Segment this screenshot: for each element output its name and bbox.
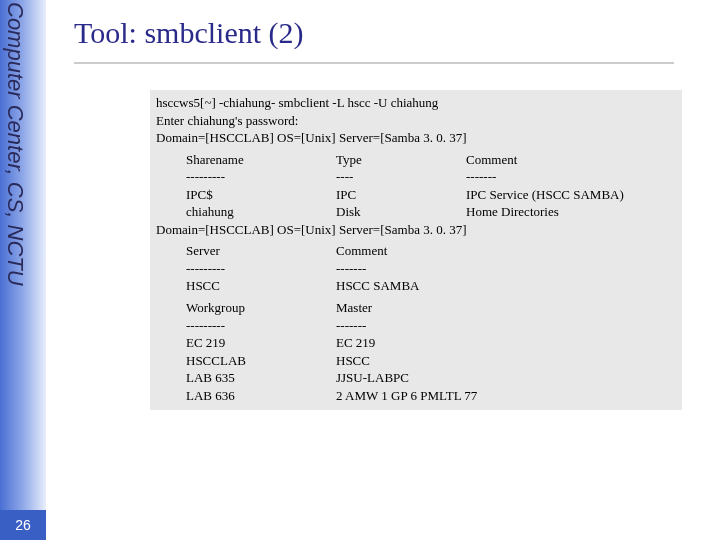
table-row: chiahung Disk Home Directories — [186, 203, 676, 221]
sidebar-gradient: Computer Center, CS, NCTU — [0, 0, 46, 540]
server-divider: --------- ------- — [186, 260, 676, 278]
share-header: Sharename Type Comment — [186, 151, 676, 169]
table-row: HSCCLAB HSCC — [186, 352, 676, 370]
table-row: HSCC HSCC SAMBA — [186, 277, 676, 295]
table-row: LAB 636 2 AMW 1 GP 6 PMLTL 77 — [186, 387, 676, 405]
terminal-output: hsccws5[~] -chiahung- smbclient -L hscc … — [150, 90, 682, 410]
table-row: EC 219 EC 219 — [186, 334, 676, 352]
page-number: 26 — [0, 510, 46, 540]
server-header: Server Comment — [186, 242, 676, 260]
terminal-line: hsccws5[~] -chiahung- smbclient -L hscc … — [156, 94, 676, 112]
page-title: Tool: smbclient (2) — [74, 16, 304, 50]
share-footer: Domain=[HSCCLAB] OS=[Unix] Server=[Samba… — [156, 221, 676, 239]
terminal-line: Domain=[HSCCLAB] OS=[Unix] Server=[Samba… — [156, 129, 676, 147]
workgroup-header: Workgroup Master — [186, 299, 676, 317]
table-row: LAB 635 JJSU-LABPC — [186, 369, 676, 387]
table-row: IPC$ IPC IPC Service (HSCC SAMBA) — [186, 186, 676, 204]
terminal-line: Enter chiahung's password: — [156, 112, 676, 130]
sidebar-label: Computer Center, CS, NCTU — [2, 2, 28, 286]
share-divider: --------- ---- ------- — [186, 168, 676, 186]
workgroup-divider: --------- ------- — [186, 317, 676, 335]
title-underline — [74, 62, 674, 64]
